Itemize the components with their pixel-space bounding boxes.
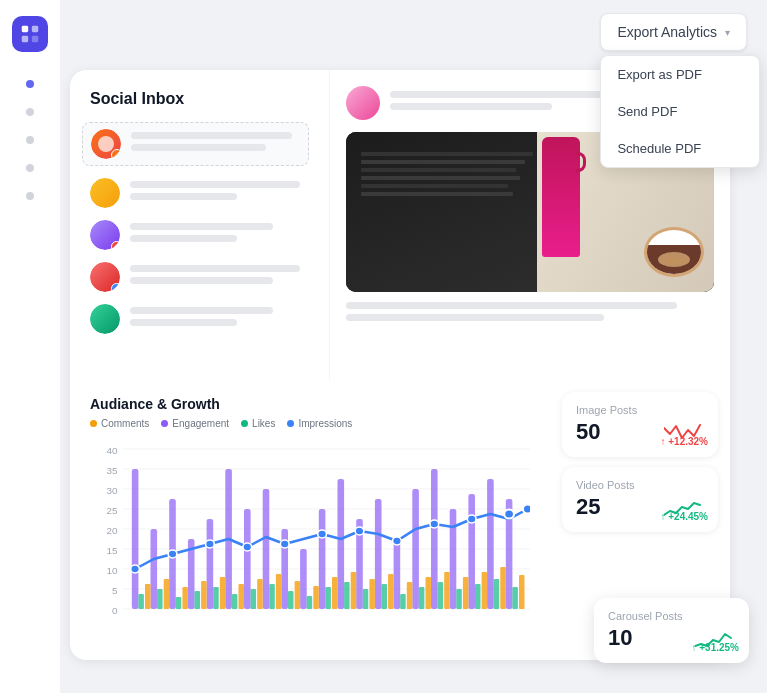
svg-rect-40	[468, 494, 475, 609]
svg-rect-66	[182, 587, 188, 609]
video-posts-label: Video Posts	[576, 479, 704, 491]
list-item[interactable]: ↩	[90, 262, 309, 292]
carousel-posts-change: ↑ +31.25%	[691, 642, 739, 653]
svg-rect-67	[201, 581, 207, 609]
sidebar-nav-4[interactable]	[26, 164, 34, 172]
svg-rect-59	[438, 582, 444, 609]
svg-rect-78	[407, 582, 413, 609]
svg-rect-50	[269, 584, 275, 609]
svg-text:15: 15	[106, 545, 117, 555]
carousel-posts-value: 10	[608, 626, 632, 650]
svg-rect-83	[500, 567, 506, 609]
svg-text:40: 40	[106, 445, 117, 455]
svg-rect-57	[400, 594, 406, 609]
inbox-item-text	[130, 223, 309, 247]
svg-rect-73	[313, 586, 319, 609]
svg-rect-31	[300, 549, 307, 609]
sidebar	[0, 0, 60, 693]
svg-point-89	[280, 540, 289, 548]
inbox-item-text	[130, 181, 309, 205]
svg-rect-37	[412, 489, 419, 609]
svg-rect-39	[450, 509, 457, 609]
avatar	[90, 304, 120, 334]
svg-rect-84	[519, 575, 525, 609]
export-as-pdf-item[interactable]: Export as PDF	[601, 56, 759, 93]
avatar: ♥	[90, 220, 120, 250]
svg-point-95	[504, 510, 514, 519]
svg-rect-36	[394, 539, 401, 609]
legend-dot-comments	[90, 420, 97, 427]
svg-point-87	[206, 540, 215, 548]
chart-title: Audiance & Growth	[90, 396, 530, 412]
avatar: ↩	[90, 262, 120, 292]
svg-rect-72	[295, 581, 301, 609]
svg-rect-71	[276, 574, 282, 609]
svg-point-90	[318, 530, 327, 538]
sidebar-nav-1[interactable]	[26, 80, 34, 88]
legend-dot-likes	[241, 420, 248, 427]
chart-svg: 0 5 10 15 20 25 30 35 40	[90, 439, 530, 619]
svg-rect-45	[176, 597, 182, 609]
svg-text:25: 25	[106, 505, 117, 515]
chart-area: 0 5 10 15 20 25 30 35 40	[90, 439, 530, 619]
svg-rect-64	[145, 584, 151, 609]
post-author-avatar	[346, 86, 380, 120]
list-item[interactable]	[90, 304, 309, 334]
svg-point-92	[393, 537, 402, 545]
svg-rect-44	[157, 589, 163, 609]
svg-rect-77	[388, 574, 394, 609]
video-posts-value: 25	[576, 495, 600, 519]
sidebar-nav-2[interactable]	[26, 108, 34, 116]
chart-legend: Comments Engagement Likes Impressions	[90, 418, 530, 429]
svg-rect-56	[382, 584, 388, 609]
svg-rect-0	[22, 26, 28, 32]
legend-engagement: Engagement	[161, 418, 229, 429]
svg-rect-61	[475, 584, 481, 609]
app-logo[interactable]	[12, 16, 48, 52]
arrow-up-icon: ↑	[691, 642, 696, 653]
svg-rect-47	[213, 587, 219, 609]
arrow-up-icon: ↑	[660, 436, 665, 447]
svg-rect-38	[431, 469, 438, 609]
svg-rect-1	[32, 26, 38, 32]
legend-label-engagement: Engagement	[172, 418, 229, 429]
social-inbox-title: Social Inbox	[90, 90, 309, 108]
svg-rect-70	[257, 579, 263, 609]
list-item[interactable]: +	[82, 122, 309, 166]
svg-rect-76	[369, 579, 375, 609]
svg-rect-28	[244, 509, 251, 609]
inbox-item-text	[131, 132, 300, 156]
image-posts-label: Image Posts	[576, 404, 704, 416]
svg-rect-3	[32, 36, 38, 42]
sidebar-nav-3[interactable]	[26, 136, 34, 144]
svg-rect-46	[195, 591, 201, 609]
svg-rect-41	[487, 479, 494, 609]
list-item[interactable]	[90, 178, 309, 208]
svg-text:30: 30	[106, 485, 117, 495]
legend-comments: Comments	[90, 418, 149, 429]
svg-rect-53	[325, 587, 331, 609]
legend-dot-impressions	[287, 420, 294, 427]
svg-rect-55	[363, 589, 369, 609]
svg-rect-52	[307, 596, 313, 609]
post-caption	[346, 302, 714, 321]
svg-point-94	[467, 515, 476, 523]
svg-rect-58	[419, 587, 425, 609]
svg-text:35: 35	[106, 465, 117, 475]
export-dropdown-menu: Export as PDF Send PDF Schedule PDF	[600, 55, 760, 168]
svg-rect-51	[288, 591, 294, 609]
sidebar-nav-5[interactable]	[26, 192, 34, 200]
svg-rect-68	[220, 577, 226, 609]
list-item[interactable]: ♥	[90, 220, 309, 250]
image-posts-value: 50	[576, 420, 600, 444]
svg-rect-33	[338, 479, 345, 609]
avatar: +	[91, 129, 121, 159]
export-analytics-button[interactable]: Export Analytics ▾	[600, 13, 747, 51]
carousel-posts-label: Carousel Posts	[608, 610, 735, 622]
svg-rect-82	[482, 572, 488, 609]
send-pdf-item[interactable]: Send PDF	[601, 93, 759, 130]
schedule-pdf-item[interactable]: Schedule PDF	[601, 130, 759, 167]
image-posts-change: ↑ +12.32%	[660, 436, 708, 447]
svg-rect-48	[232, 594, 238, 609]
legend-label-impressions: Impressions	[298, 418, 352, 429]
